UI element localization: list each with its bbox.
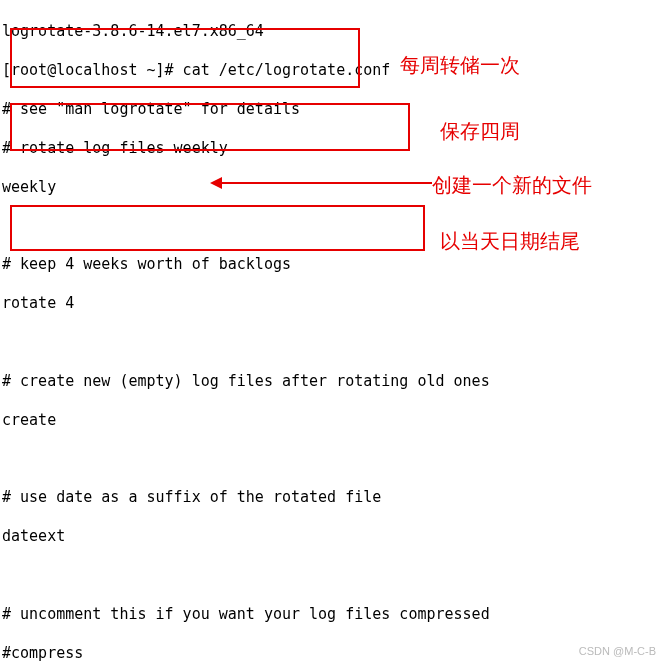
terminal-line: dateext [2, 527, 662, 547]
annotation-rotate: 保存四周 [440, 118, 520, 144]
terminal-line: # use date as a suffix of the rotated fi… [2, 488, 662, 508]
terminal-line: rotate 4 [2, 294, 662, 314]
arrow-icon [220, 182, 432, 184]
terminal-line: [root@localhost ~]# cat /etc/logrotate.c… [2, 61, 662, 81]
terminal-line: # create new (empty) log files after rot… [2, 372, 662, 392]
terminal-line [2, 450, 662, 469]
terminal-line [2, 566, 662, 585]
terminal-line: # rotate log files weekly [2, 139, 662, 159]
watermark: CSDN @M-C-B [579, 644, 656, 658]
terminal-line: create [2, 411, 662, 431]
terminal-line: # uncomment this if you want your log fi… [2, 605, 662, 625]
terminal-output[interactable]: logrotate-3.8.6-14.el7.x86_64 [root@loca… [0, 0, 664, 664]
terminal-line: #compress [2, 644, 662, 664]
terminal-line: # keep 4 weeks worth of backlogs [2, 255, 662, 275]
terminal-line [2, 333, 662, 352]
terminal-line: # see "man logrotate" for details [2, 100, 662, 120]
annotation-create: 创建一个新的文件 [432, 172, 592, 198]
annotation-dateext: 以当天日期结尾 [440, 228, 580, 254]
terminal-line: logrotate-3.8.6-14.el7.x86_64 [2, 22, 662, 42]
annotation-weekly: 每周转储一次 [400, 52, 520, 78]
